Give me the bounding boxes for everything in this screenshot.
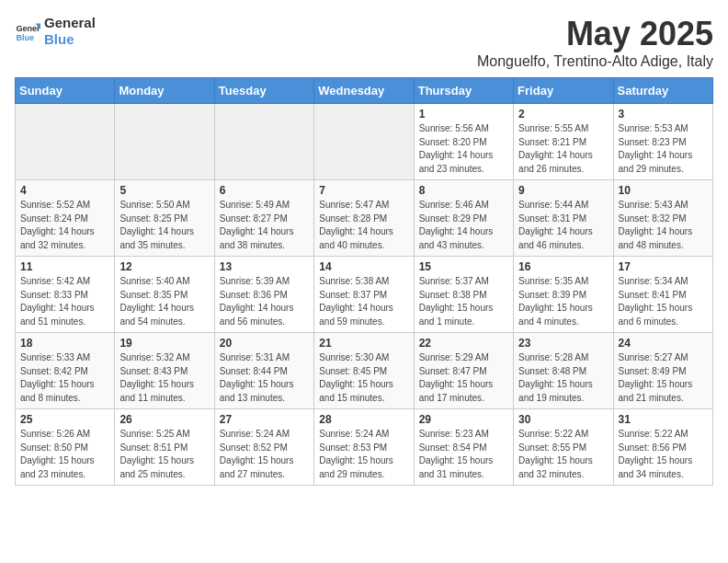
day-number: 25 [20, 413, 109, 426]
day-number: 1 [419, 108, 508, 121]
day-number: 18 [20, 337, 109, 350]
day-content: Sunrise: 5:24 AM Sunset: 8:53 PM Dayligh… [319, 428, 408, 481]
calendar-cell: 4Sunrise: 5:52 AM Sunset: 8:24 PM Daylig… [16, 180, 115, 257]
calendar-header: SundayMondayTuesdayWednesdayThursdayFrid… [16, 78, 713, 104]
calendar-cell: 17Sunrise: 5:34 AM Sunset: 8:41 PM Dayli… [613, 257, 712, 333]
calendar-cell: 27Sunrise: 5:24 AM Sunset: 8:52 PM Dayli… [214, 409, 313, 486]
day-content: Sunrise: 5:55 AM Sunset: 8:21 PM Dayligh… [518, 122, 608, 176]
header-cell-thursday: Thursday [414, 78, 513, 104]
logo-line1: General [44, 15, 96, 31]
calendar-cell: 20Sunrise: 5:31 AM Sunset: 8:44 PM Dayli… [214, 333, 313, 409]
day-content: Sunrise: 5:26 AM Sunset: 8:50 PM Dayligh… [20, 428, 109, 481]
calendar-cell: 19Sunrise: 5:32 AM Sunset: 8:43 PM Dayli… [115, 333, 214, 409]
day-content: Sunrise: 5:43 AM Sunset: 8:32 PM Dayligh… [619, 199, 708, 252]
day-content: Sunrise: 5:27 AM Sunset: 8:49 PM Dayligh… [619, 351, 708, 405]
calendar-cell: 28Sunrise: 5:24 AM Sunset: 8:53 PM Dayli… [314, 409, 414, 486]
day-number: 12 [119, 260, 209, 273]
day-number: 30 [518, 413, 608, 426]
calendar-cell: 8Sunrise: 5:46 AM Sunset: 8:29 PM Daylig… [414, 180, 513, 257]
day-content: Sunrise: 5:49 AM Sunset: 8:27 PM Dayligh… [220, 199, 309, 252]
day-number: 3 [619, 108, 708, 121]
calendar-cell: 7Sunrise: 5:47 AM Sunset: 8:28 PM Daylig… [314, 180, 414, 257]
calendar-cell: 14Sunrise: 5:38 AM Sunset: 8:37 PM Dayli… [314, 257, 414, 333]
day-number: 7 [319, 184, 408, 197]
day-content: Sunrise: 5:35 AM Sunset: 8:39 PM Dayligh… [518, 275, 608, 328]
calendar-table: SundayMondayTuesdayWednesdayThursdayFrid… [15, 77, 713, 486]
calendar-title: May 2025 [477, 15, 713, 53]
day-content: Sunrise: 5:29 AM Sunset: 8:47 PM Dayligh… [419, 351, 508, 405]
calendar-cell: 9Sunrise: 5:44 AM Sunset: 8:31 PM Daylig… [514, 180, 613, 257]
week-row-5: 25Sunrise: 5:26 AM Sunset: 8:50 PM Dayli… [16, 409, 713, 486]
day-number: 11 [20, 260, 109, 273]
svg-text:Blue: Blue [16, 33, 34, 42]
header-cell-monday: Monday [115, 78, 214, 104]
day-number: 26 [119, 413, 209, 426]
day-number: 4 [20, 184, 109, 197]
day-content: Sunrise: 5:22 AM Sunset: 8:55 PM Dayligh… [518, 428, 608, 481]
calendar-cell: 1Sunrise: 5:56 AM Sunset: 8:20 PM Daylig… [414, 104, 513, 180]
day-number: 6 [220, 184, 309, 197]
calendar-cell [314, 104, 414, 180]
day-number: 27 [220, 413, 309, 426]
day-content: Sunrise: 5:33 AM Sunset: 8:42 PM Dayligh… [20, 351, 109, 405]
calendar-cell: 23Sunrise: 5:28 AM Sunset: 8:48 PM Dayli… [514, 333, 613, 409]
title-area: May 2025 Monguelfo, Trentino-Alto Adige,… [477, 15, 713, 70]
logo: General Blue General Blue [15, 15, 96, 48]
calendar-cell: 3Sunrise: 5:53 AM Sunset: 8:23 PM Daylig… [613, 104, 712, 180]
day-number: 8 [419, 184, 508, 197]
header-row: SundayMondayTuesdayWednesdayThursdayFrid… [16, 78, 713, 104]
day-content: Sunrise: 5:53 AM Sunset: 8:23 PM Dayligh… [619, 122, 708, 176]
calendar-cell: 11Sunrise: 5:42 AM Sunset: 8:33 PM Dayli… [16, 257, 115, 333]
calendar-cell: 29Sunrise: 5:23 AM Sunset: 8:54 PM Dayli… [414, 409, 513, 486]
calendar-cell: 24Sunrise: 5:27 AM Sunset: 8:49 PM Dayli… [613, 333, 712, 409]
day-number: 31 [619, 413, 708, 426]
header-cell-wednesday: Wednesday [314, 78, 414, 104]
calendar-cell: 13Sunrise: 5:39 AM Sunset: 8:36 PM Dayli… [214, 257, 313, 333]
day-number: 17 [619, 260, 708, 273]
day-content: Sunrise: 5:28 AM Sunset: 8:48 PM Dayligh… [518, 351, 608, 405]
day-number: 16 [518, 260, 608, 273]
logo-line2: Blue [44, 31, 96, 48]
day-number: 13 [220, 260, 309, 273]
day-number: 9 [518, 184, 608, 197]
day-content: Sunrise: 5:23 AM Sunset: 8:54 PM Dayligh… [419, 428, 508, 481]
day-content: Sunrise: 5:34 AM Sunset: 8:41 PM Dayligh… [619, 275, 708, 328]
calendar-cell: 18Sunrise: 5:33 AM Sunset: 8:42 PM Dayli… [16, 333, 115, 409]
day-content: Sunrise: 5:22 AM Sunset: 8:56 PM Dayligh… [619, 428, 708, 481]
calendar-cell: 21Sunrise: 5:30 AM Sunset: 8:45 PM Dayli… [314, 333, 414, 409]
day-number: 22 [419, 337, 508, 350]
day-content: Sunrise: 5:37 AM Sunset: 8:38 PM Dayligh… [419, 275, 508, 328]
calendar-cell: 26Sunrise: 5:25 AM Sunset: 8:51 PM Dayli… [115, 409, 214, 486]
calendar-cell: 5Sunrise: 5:50 AM Sunset: 8:25 PM Daylig… [115, 180, 214, 257]
week-row-3: 11Sunrise: 5:42 AM Sunset: 8:33 PM Dayli… [16, 257, 713, 333]
calendar-cell: 25Sunrise: 5:26 AM Sunset: 8:50 PM Dayli… [16, 409, 115, 486]
header-cell-sunday: Sunday [16, 78, 115, 104]
day-number: 5 [119, 184, 209, 197]
day-content: Sunrise: 5:47 AM Sunset: 8:28 PM Dayligh… [319, 199, 408, 252]
header-cell-tuesday: Tuesday [214, 78, 313, 104]
calendar-cell: 30Sunrise: 5:22 AM Sunset: 8:55 PM Dayli… [514, 409, 613, 486]
day-content: Sunrise: 5:46 AM Sunset: 8:29 PM Dayligh… [419, 199, 508, 252]
day-number: 10 [619, 184, 708, 197]
day-content: Sunrise: 5:24 AM Sunset: 8:52 PM Dayligh… [220, 428, 309, 481]
page-header: General Blue General Blue May 2025 Mongu… [15, 15, 713, 70]
calendar-cell [214, 104, 313, 180]
calendar-subtitle: Monguelfo, Trentino-Alto Adige, Italy [477, 53, 713, 70]
day-content: Sunrise: 5:40 AM Sunset: 8:35 PM Dayligh… [119, 275, 209, 328]
calendar-cell: 12Sunrise: 5:40 AM Sunset: 8:35 PM Dayli… [115, 257, 214, 333]
header-cell-saturday: Saturday [613, 78, 712, 104]
calendar-cell: 22Sunrise: 5:29 AM Sunset: 8:47 PM Dayli… [414, 333, 513, 409]
day-number: 20 [220, 337, 309, 350]
calendar-cell: 2Sunrise: 5:55 AM Sunset: 8:21 PM Daylig… [514, 104, 613, 180]
calendar-cell: 15Sunrise: 5:37 AM Sunset: 8:38 PM Dayli… [414, 257, 513, 333]
day-number: 29 [419, 413, 508, 426]
calendar-cell: 31Sunrise: 5:22 AM Sunset: 8:56 PM Dayli… [613, 409, 712, 486]
day-number: 21 [319, 337, 408, 350]
header-cell-friday: Friday [514, 78, 613, 104]
calendar-cell: 16Sunrise: 5:35 AM Sunset: 8:39 PM Dayli… [514, 257, 613, 333]
day-content: Sunrise: 5:56 AM Sunset: 8:20 PM Dayligh… [419, 122, 508, 176]
day-number: 15 [419, 260, 508, 273]
day-number: 28 [319, 413, 408, 426]
day-number: 2 [518, 108, 608, 121]
day-content: Sunrise: 5:32 AM Sunset: 8:43 PM Dayligh… [119, 351, 209, 405]
